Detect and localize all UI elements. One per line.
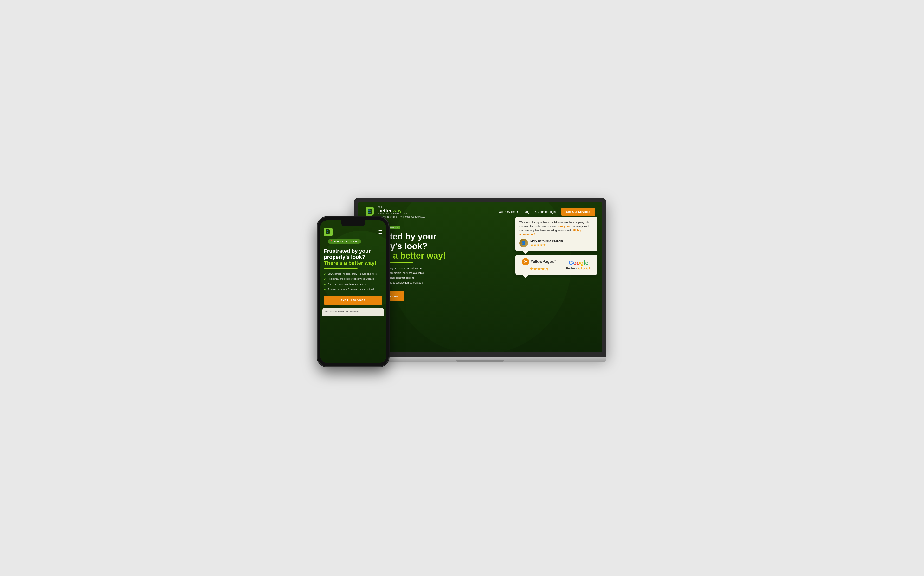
yp-icon: ➤	[522, 258, 529, 265]
review-cards-container: We are so happy with our decision to hir…	[515, 217, 597, 275]
location-pin-icon: 📍	[330, 240, 333, 243]
logo-way: way	[393, 208, 402, 213]
ratings-divider	[561, 259, 561, 271]
nav-customer-login[interactable]: Customer Login	[535, 210, 556, 213]
google-rating: Google Reviews ★★★★★	[566, 259, 591, 270]
phone-hero: Frustrated by your property's look? Ther…	[320, 248, 386, 291]
nav-our-services[interactable]: Our Services ▾	[499, 210, 518, 213]
logo-subtitle: PROPERTY MAINTENANCE	[378, 213, 425, 215]
yp-stars: ★★★★½	[529, 266, 548, 272]
email-address: ✉ info@gobetterway.ca	[400, 215, 425, 218]
reviewer-name: Mary Catherine Graham	[530, 240, 563, 243]
reviewer-avatar: 👤	[519, 239, 528, 248]
svg-rect-0	[368, 210, 370, 211]
google-reviews-label: Reviews ★★★★★	[566, 267, 591, 270]
hamburger-menu-icon[interactable]: ☰	[378, 229, 382, 235]
svg-rect-2	[327, 230, 328, 231]
dropdown-chevron-icon: ▾	[517, 210, 518, 213]
phone-bullet-list: ✔Lawn, garden, hedges, snow removal, and…	[324, 272, 382, 291]
bullet-item: ✔One-time or seasonal contract options	[365, 276, 595, 280]
laptop-device: the better way PROPERTY MAINTENANCE 📞 90…	[354, 198, 606, 366]
website-content: the better way PROPERTY MAINTENANCE 📞 90…	[358, 202, 602, 352]
testimonial-card: We are so happy with our decision to hir…	[515, 217, 597, 251]
phone-logo-icon	[324, 228, 332, 236]
check-icon: ✔	[324, 283, 327, 286]
yellowpages-rating: ➤ YellowPages™ ★★★★½	[522, 258, 556, 272]
bullet-item: ✔Transparent pricing & satisfaction guar…	[365, 281, 595, 285]
phone-body: ☰ 📍 BURLINGTON, ONTARIO Frustrated by yo…	[318, 217, 389, 366]
phone-review-text: We are so happy with our decision to	[326, 310, 381, 314]
phone-website-content: ☰ 📍 BURLINGTON, ONTARIO Frustrated by yo…	[320, 221, 386, 363]
phone-bullet: ✔Lawn, garden, hedges, snow removal, and…	[324, 272, 382, 276]
phone-see-services-button[interactable]: See Our Services	[324, 296, 382, 305]
svg-rect-3	[327, 232, 329, 233]
ratings-card: ➤ YellowPages™ ★★★★½ Google Reviews	[515, 254, 597, 275]
phone-underline-decoration	[324, 268, 357, 269]
laptop-screen: the better way PROPERTY MAINTENANCE 📞 90…	[358, 202, 602, 352]
laptop-base	[354, 357, 606, 362]
nav-see-services-button[interactable]: See Our Services	[562, 208, 595, 216]
check-icon: ✔	[324, 288, 327, 291]
scene: the better way PROPERTY MAINTENANCE 📞 90…	[318, 198, 606, 378]
phone-notch	[341, 221, 365, 226]
check-icon: ✔	[324, 278, 327, 281]
logo-the: the	[378, 206, 425, 208]
yp-badge: ➤ YellowPages™	[522, 258, 556, 265]
yp-text: YellowPages™	[531, 259, 556, 264]
svg-rect-1	[368, 212, 371, 213]
reviewer-info: 👤 Mary Catherine Graham ★★★★★	[519, 239, 594, 248]
phone-device: ☰ 📍 BURLINGTON, ONTARIO Frustrated by yo…	[318, 217, 389, 366]
laptop-body: the better way PROPERTY MAINTENANCE 📞 90…	[354, 198, 606, 357]
brand-logo-icon	[365, 206, 376, 218]
phone-bullet: ✔One-time or seasonal contract options	[324, 283, 382, 286]
phone-bullet: ✔Residential and commercial services ava…	[324, 278, 382, 281]
website-nav: the better way PROPERTY MAINTENANCE 📞 90…	[358, 202, 602, 220]
logo-area: the better way PROPERTY MAINTENANCE 📞 90…	[365, 206, 425, 218]
phone-bullet: ✔Transparent pricing & satisfaction guar…	[324, 288, 382, 291]
phone-screen: ☰ 📍 BURLINGTON, ONTARIO Frustrated by yo…	[320, 221, 386, 363]
logo-better: better	[378, 208, 392, 213]
phone-hero-better: There's a better way!	[324, 260, 376, 266]
nav-links: Our Services ▾ Blog Customer Login See O…	[499, 208, 595, 216]
phone-location-badge: 📍 BURLINGTON, ONTARIO	[328, 240, 361, 243]
phone-review-preview: We are so happy with our decision to	[322, 308, 384, 316]
review-highlight-1: look great	[558, 225, 571, 228]
review-stars: ★★★★★	[530, 243, 563, 247]
reviewer-details: Mary Catherine Graham ★★★★★	[530, 240, 563, 247]
google-text: Google	[568, 259, 589, 266]
check-icon: ✔	[324, 272, 327, 276]
logo-text-group: the better way PROPERTY MAINTENANCE 📞 90…	[378, 206, 425, 218]
phone-hero-title: Frustrated by your property's look? Ther…	[324, 248, 382, 266]
review-text: We are so happy with our decision to hir…	[519, 221, 594, 236]
nav-blog[interactable]: Blog	[524, 210, 530, 213]
